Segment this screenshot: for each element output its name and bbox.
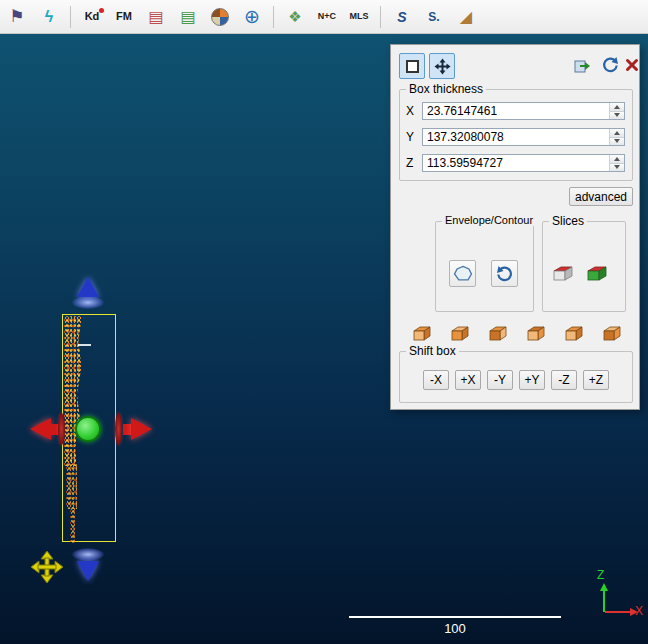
box-face-icon	[412, 325, 432, 343]
extract-envelope-button[interactable]	[449, 260, 476, 287]
box-view-button-1[interactable]	[409, 322, 435, 346]
x-spin-up-button[interactable]	[610, 103, 624, 112]
point-cloud	[70, 507, 75, 544]
y-spin-up-button[interactable]	[610, 129, 624, 138]
x-minus-arrow-handle[interactable]	[30, 418, 51, 440]
toolbar-separator	[273, 6, 274, 28]
z-plus-arrow-glow	[72, 296, 104, 309]
show-box-toggle[interactable]	[399, 53, 425, 79]
slices-title: Slices	[549, 214, 587, 228]
x-plus-arrow-handle[interactable]	[131, 418, 152, 440]
scale-bar	[349, 616, 561, 618]
doc-red-icon: ▤	[148, 9, 163, 25]
center-sphere-handle[interactable]	[75, 416, 101, 442]
close-icon	[625, 58, 639, 72]
box-view-button-2[interactable]	[447, 322, 473, 346]
shift-plus-y-button[interactable]: +Y	[519, 370, 545, 390]
toolbar-button-s-dot[interactable]: S.	[419, 3, 449, 31]
z-spin-down-button[interactable]	[610, 164, 624, 172]
restore-box-icon	[573, 56, 591, 74]
z-minus-arrow-handle[interactable]	[77, 561, 99, 581]
toolbar-button-color-sphere[interactable]	[205, 3, 235, 31]
box-face-icon	[488, 325, 508, 343]
box-face-icon	[526, 325, 546, 343]
z-thickness-input[interactable]: 113.59594727	[422, 154, 625, 172]
shift-plus-z-button[interactable]: +Z	[583, 370, 609, 390]
box-face-icon	[602, 325, 622, 343]
box-view-button-3[interactable]	[485, 322, 511, 346]
z-thickness-value: 113.59594727	[423, 155, 609, 171]
shift-plus-x-button[interactable]: +X	[455, 370, 481, 390]
box-thickness-group: Box thickness X 23.76147461 Y 137.320800…	[399, 89, 633, 181]
box-thickness-title: Box thickness	[406, 82, 486, 96]
toolbar-button-fm[interactable]: FM	[109, 3, 139, 31]
toolbar-button-plane-edit[interactable]: ⚑	[2, 3, 32, 31]
toolbar-button-ramp[interactable]: ◢	[451, 3, 481, 31]
x-spinner	[609, 103, 624, 119]
toolbar-button-kd-tree[interactable]: Kd	[77, 3, 107, 31]
color-sphere-icon	[211, 8, 229, 26]
toolbar-button-s-curve[interactable]: S	[387, 3, 417, 31]
extract-multiple-slices-button[interactable]	[583, 262, 611, 286]
box-view-button-6[interactable]	[599, 322, 625, 346]
kd-tree-icon: Kd	[85, 11, 100, 22]
fm-icon: FM	[116, 11, 132, 22]
z-spinner	[609, 155, 624, 171]
application-window: ⚑ ϟ Kd FM ▤ ▤ ⊕ ❖ N+C MLS S S. ◢	[0, 0, 648, 644]
shift-minus-z-button[interactable]: -Z	[551, 370, 577, 390]
point-cloud	[66, 464, 77, 509]
x-plus-arrow-stem	[123, 424, 131, 435]
toolbar-button-globe[interactable]: ⊕	[237, 3, 267, 31]
plugins-icon: ❖	[288, 9, 301, 24]
x-thickness-input[interactable]: 23.76147461	[422, 102, 625, 120]
shift-box-title: Shift box	[406, 344, 459, 358]
box-view-button-5[interactable]	[561, 322, 587, 346]
restore-button[interactable]	[571, 54, 593, 76]
pan-cross-handle[interactable]	[30, 550, 64, 584]
scale-bar-label: 100	[349, 621, 561, 636]
toolbar-button-lightning[interactable]: ϟ	[34, 3, 64, 31]
x-thickness-value: 23.76147461	[423, 103, 609, 119]
shift-minus-y-button[interactable]: -Y	[487, 370, 513, 390]
doc-green-icon: ▤	[180, 9, 195, 25]
x-plus-disc-handle[interactable]	[115, 413, 122, 445]
advanced-button[interactable]: advanced	[569, 187, 633, 206]
toolbar-button-mls[interactable]: MLS	[344, 3, 374, 31]
shift-minus-x-button[interactable]: -X	[423, 370, 449, 390]
multi-slice-box-icon	[586, 264, 608, 284]
x-minus-disc-handle[interactable]	[58, 413, 65, 445]
measure-tick	[78, 344, 91, 346]
pan-cross-icon	[31, 551, 63, 583]
x-spin-down-button[interactable]	[610, 112, 624, 120]
envelope-contour-title: Envelope/Contour	[442, 214, 536, 226]
y-spinner	[609, 129, 624, 145]
toolbar-button-doc-green[interactable]: ▤	[173, 3, 203, 31]
s-curve-icon: S	[397, 10, 406, 24]
y-thickness-value: 137.32080078	[423, 129, 609, 145]
move-box-toggle[interactable]	[429, 53, 455, 79]
close-button[interactable]	[625, 54, 639, 76]
z-plus-arrow-handle[interactable]	[77, 277, 99, 297]
toolbar-button-doc-red[interactable]: ▤	[141, 3, 171, 31]
extract-slice-button[interactable]	[549, 262, 577, 286]
slice-box-icon	[552, 264, 574, 284]
toolbar-button-n-plus-c[interactable]: N+C	[312, 3, 342, 31]
y-spin-down-button[interactable]	[610, 138, 624, 146]
z-spin-up-button[interactable]	[610, 155, 624, 164]
toolbar-button-plugins[interactable]: ❖	[280, 3, 310, 31]
x-axis-line	[605, 611, 631, 613]
y-thickness-input[interactable]: 137.32080078	[422, 128, 625, 146]
s-dot-icon: S.	[428, 11, 439, 23]
reset-button[interactable]	[599, 54, 621, 76]
ramp-icon: ◢	[460, 9, 472, 25]
x-label: X	[406, 104, 416, 118]
reset-envelope-button[interactable]	[491, 260, 518, 287]
move-arrows-icon	[434, 58, 451, 75]
reset-icon	[601, 56, 619, 74]
box-view-button-4[interactable]	[523, 322, 549, 346]
z-minus-arrow-glow	[72, 548, 104, 561]
toolbar-separator	[380, 6, 381, 28]
n-plus-c-icon: N+C	[318, 12, 336, 21]
globe-icon: ⊕	[244, 7, 260, 26]
cross-section-panel: Box thickness X 23.76147461 Y 137.320800…	[390, 44, 640, 410]
